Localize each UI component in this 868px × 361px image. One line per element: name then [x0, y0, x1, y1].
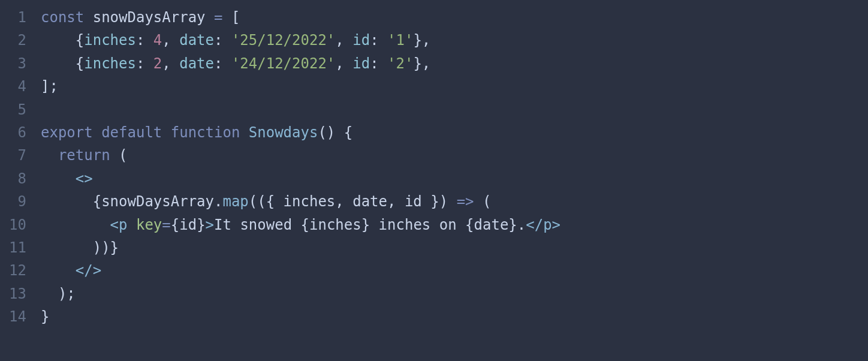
code-token: =	[214, 9, 231, 26]
code-line[interactable]: ))}	[41, 236, 560, 259]
code-token: :	[214, 55, 231, 72]
line-number: 7	[0, 144, 35, 167]
code-token: ,	[387, 193, 405, 210]
code-token: );	[41, 285, 76, 302]
code-token: ))}	[41, 239, 119, 256]
line-number: 4	[0, 75, 35, 98]
line-number: 9	[0, 190, 35, 213]
code-token: ,	[162, 32, 179, 49]
code-line[interactable]: export default function Snowdays() {	[41, 121, 560, 144]
code-token: date	[179, 55, 214, 72]
code-token: {	[171, 216, 179, 233]
code-token: }	[508, 216, 517, 233]
code-token: }	[197, 216, 205, 233]
code-token: '25/12/2022'	[231, 32, 335, 49]
code-token: =>	[457, 193, 474, 210]
code-line[interactable]: );	[41, 282, 560, 305]
code-token: map	[222, 193, 248, 210]
code-token: inches	[309, 216, 361, 233]
code-token: inches on	[370, 216, 465, 233]
code-token: Snowdays	[249, 124, 318, 141]
code-token: id	[352, 32, 370, 49]
code-token: },	[413, 32, 430, 49]
code-token: inches	[84, 32, 136, 49]
code-line[interactable]	[41, 98, 560, 121]
code-token: '2'	[387, 55, 413, 72]
code-token: <>	[41, 170, 93, 187]
code-token: date	[179, 32, 214, 49]
code-token: p	[543, 216, 551, 233]
code-token: inches	[284, 193, 336, 210]
line-number: 10	[0, 213, 35, 236]
code-line[interactable]: <p key={id}>It snowed {inches} inches on…	[41, 213, 560, 236]
code-token: id	[352, 55, 370, 72]
code-token: :	[136, 55, 153, 72]
code-token: '24/12/2022'	[231, 55, 335, 72]
code-token: return	[58, 147, 119, 164]
code-line[interactable]: {snowDaysArray.map(({ inches, date, id }…	[41, 190, 560, 213]
line-number: 13	[0, 282, 35, 305]
code-token: }	[361, 216, 370, 233]
code-token: },	[413, 55, 430, 72]
code-editor-content[interactable]: const snowDaysArray = [ {inches: 4, date…	[35, 0, 560, 361]
code-line[interactable]: return (	[41, 144, 560, 167]
code-token: </>	[41, 262, 101, 279]
code-token: 4	[153, 32, 162, 49]
code-line[interactable]: {inches: 2, date: '24/12/2022', id: '2'}…	[41, 52, 560, 75]
code-token: .	[214, 193, 222, 210]
code-token: snowDaysArray	[93, 9, 214, 26]
code-token: ,	[335, 32, 352, 49]
code-line[interactable]: <>	[41, 167, 560, 190]
code-token: key	[136, 216, 162, 233]
code-line[interactable]: ];	[41, 75, 560, 98]
code-token: ,	[162, 55, 179, 72]
code-token: function	[171, 124, 249, 141]
code-line[interactable]: </>	[41, 259, 560, 282]
code-token: [	[231, 9, 240, 26]
code-token	[41, 147, 58, 164]
code-token: id	[405, 193, 422, 210]
code-token: snowDaysArray	[101, 193, 214, 210]
line-number-gutter: 1234567891011121314	[0, 0, 35, 361]
code-token: })	[422, 193, 457, 210]
code-token: :	[370, 32, 387, 49]
code-token: }	[41, 308, 49, 325]
line-number: 3	[0, 52, 35, 75]
code-token: (	[474, 193, 492, 210]
line-number: 8	[0, 167, 35, 190]
code-token: ];	[41, 78, 58, 95]
code-token: </	[526, 216, 543, 233]
code-token: {	[41, 193, 101, 210]
code-line[interactable]: {inches: 4, date: '25/12/2022', id: '1'}…	[41, 29, 560, 52]
code-token: p	[119, 216, 136, 233]
code-token: .	[517, 216, 526, 233]
code-token: date	[474, 216, 509, 233]
code-token: <	[110, 216, 119, 233]
code-token: {	[465, 216, 474, 233]
code-token: (({	[249, 193, 284, 210]
line-number: 5	[0, 98, 35, 121]
code-token: inches	[84, 55, 136, 72]
line-number: 14	[0, 305, 35, 328]
line-number: 2	[0, 29, 35, 52]
code-token: It snowed	[214, 216, 301, 233]
code-token: >	[206, 216, 214, 233]
code-token: >	[552, 216, 560, 233]
code-token: const	[41, 9, 93, 26]
code-token: 2	[153, 55, 162, 72]
code-token: () {	[318, 124, 352, 141]
code-token	[41, 216, 110, 233]
code-line[interactable]: const snowDaysArray = [	[41, 6, 560, 29]
code-token: ,	[335, 55, 352, 72]
code-token: id	[179, 216, 197, 233]
code-token: '1'	[387, 32, 413, 49]
code-token: =	[162, 216, 170, 233]
line-number: 11	[0, 236, 35, 259]
line-number: 12	[0, 259, 35, 282]
code-token: export default	[41, 124, 171, 141]
code-token: {	[41, 55, 84, 72]
code-token: :	[136, 32, 153, 49]
code-token: ,	[335, 193, 352, 210]
code-token: :	[370, 55, 387, 72]
code-line[interactable]: }	[41, 305, 560, 328]
